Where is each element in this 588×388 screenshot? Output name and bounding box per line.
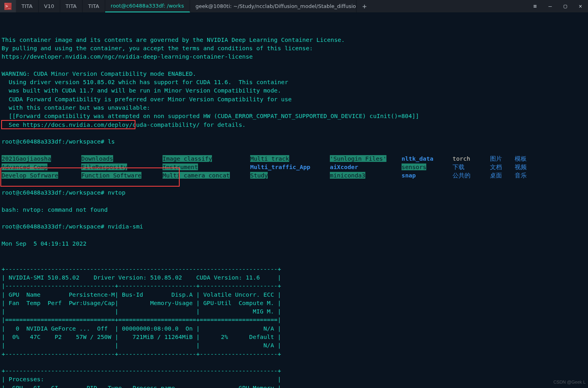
ls-dir: nltk_data <box>402 155 433 162</box>
ls-dir: 模板 <box>515 155 527 162</box>
ls-dir: sensors <box>402 163 426 170</box>
tab-2[interactable]: TITA <box>60 0 83 12</box>
ls-dir: Develop_Sofrware <box>2 172 58 179</box>
tab-4-active[interactable]: root@c60488a333df: /works <box>105 0 190 12</box>
ls-dir: Instrument <box>163 163 198 170</box>
prompt-nvtop: root@c60488a333df:/workspace# nvtop <box>2 188 586 197</box>
ls-dir: 桌面 <box>490 172 502 179</box>
ls-dir: Image_classify <box>163 155 212 162</box>
prompt-nvidia-smi: root@c60488a333df:/workspace# nvidia-smi <box>2 222 586 230</box>
terminal-output[interactable]: This container image and its contents ar… <box>0 13 588 388</box>
ls-dir: Multi_track <box>250 155 289 162</box>
ls-dir: 视频 <box>515 163 527 170</box>
minimize-button[interactable]: — <box>543 0 558 13</box>
tab-3[interactable]: TITA <box>82 0 105 12</box>
ls-dir: 2021Gaojiaosha <box>2 155 51 162</box>
tab-bar: >_ TITA V10 TITA TITA root@c60488a333df:… <box>0 0 588 13</box>
ls-dir: Advanced_Comp <box>2 163 47 170</box>
maximize-button[interactable]: ▢ <box>558 0 573 13</box>
tab-5[interactable]: geek@1080ti: ~/Study/ncclab/Diffusion_mo… <box>190 0 357 12</box>
close-button[interactable]: ✕ <box>573 0 588 13</box>
ls-dir: aiXcoder <box>330 163 358 170</box>
ls-dir: Function_Software <box>81 172 141 179</box>
watermark: CSDN @Geek L <box>553 378 586 386</box>
app-icon[interactable]: >_ <box>0 0 16 12</box>
ls-dir: 文档 <box>490 163 502 170</box>
tab-0[interactable]: TITA <box>16 0 39 12</box>
ls-dir: 音乐 <box>515 172 527 179</box>
window-controls: ≡ — ▢ ✕ <box>527 0 588 12</box>
ls-dir: Study <box>250 172 268 179</box>
smi-date: Mon Sep 5 04:19:11 2022 <box>2 239 586 248</box>
ls-dir: miniconda3 <box>330 172 365 179</box>
ls-dir: Downloads <box>81 155 113 162</box>
ls-dir: Multi_traffic_App <box>250 163 310 170</box>
new-tab-button[interactable]: + <box>357 0 372 12</box>
nvidia-smi-table: +---------------------------------------… <box>2 256 586 388</box>
ls-dir: snap <box>402 172 416 179</box>
ls-output: 2021GaojiaoshaDownloadsImage_classifyMul… <box>2 154 586 180</box>
ls-dir: 下载 <box>453 163 465 170</box>
ls-dir: 图片 <box>490 155 502 162</box>
ls-dir: 'Sunlogin Files' <box>330 155 386 162</box>
ls-dir: 公共的 <box>453 172 470 179</box>
tab-1[interactable]: V10 <box>39 0 60 12</box>
hamburger-menu-icon[interactable]: ≡ <box>527 0 543 13</box>
error-nvtop: bash: nvtop: command not found <box>2 205 586 214</box>
license-text: This container image and its contents ar… <box>2 27 586 129</box>
prompt-ls: root@c60488a333df:/workspace# ls <box>2 137 586 146</box>
ls-file: torch <box>453 155 470 162</box>
ls-dir: FileResposity <box>81 163 127 170</box>
ls-dir: Multi_camera_concat <box>163 172 230 179</box>
